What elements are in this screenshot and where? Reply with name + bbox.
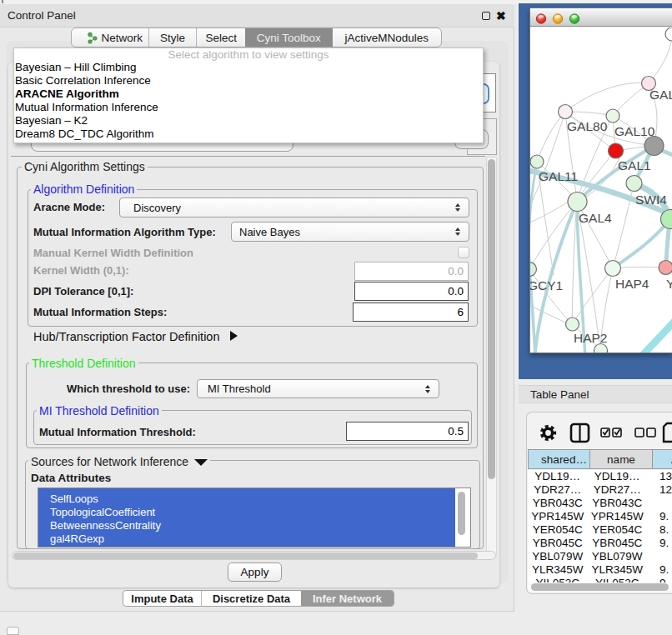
svg-text:GAL10: GAL10	[614, 124, 655, 138]
svg-text:GAL1: GAL1	[618, 158, 651, 172]
svg-text:Y: Y	[666, 277, 672, 291]
svg-text:GAL: GAL	[649, 88, 672, 102]
svg-text:GAL4: GAL4	[579, 211, 612, 225]
svg-text:HAP4: HAP4	[615, 277, 649, 291]
svg-text:SWI4: SWI4	[635, 192, 667, 207]
svg-text:HAP2: HAP2	[574, 331, 608, 345]
svg-text:GAL80: GAL80	[567, 119, 608, 133]
svg-text:GAL11: GAL11	[539, 169, 578, 183]
svg-text:GCY1: GCY1	[530, 278, 563, 292]
